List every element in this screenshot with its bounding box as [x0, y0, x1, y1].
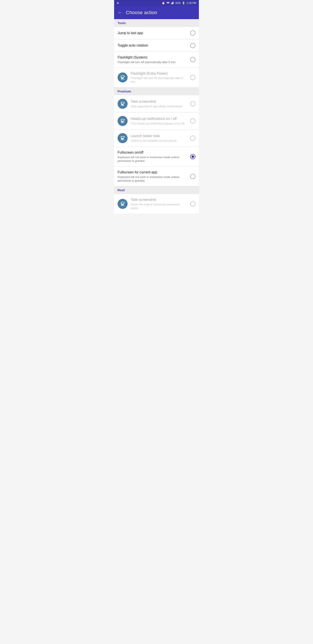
radio-button[interactable] — [190, 136, 195, 141]
item-subtitle: Only supported if app allows screenshots… — [131, 105, 187, 108]
item-title: Toggle auto rotation — [118, 43, 187, 48]
item-subtitle: Turn heads-up notification popups on or … — [131, 122, 187, 126]
radio-button[interactable] — [190, 118, 195, 124]
svg-rect-0 — [171, 3, 172, 4]
radio-button[interactable] — [190, 75, 195, 80]
list-item[interactable]: Jump to last app — [114, 27, 199, 40]
item-title: Fullscreen for current app — [118, 170, 187, 175]
item-content: Jump to last app — [118, 31, 187, 36]
coffee-cup-icon — [120, 118, 125, 124]
item-content: Take screenshot Starts the original Sams… — [131, 198, 187, 210]
svg-rect-2 — [172, 2, 173, 4]
list-item[interactable]: Fullscreen on/off Keyboard will not work… — [114, 147, 199, 167]
content-area: Tools Jump to last app Toggle auto rotat… — [114, 19, 199, 214]
list-item[interactable]: Flashlight (Extra Power) Flashlight will… — [114, 68, 199, 88]
list-item[interactable]: Take screenshot Only supported if app al… — [114, 95, 199, 112]
item-title: Heads-up notifications on / off — [131, 116, 187, 121]
radio-button[interactable] — [190, 154, 195, 159]
item-content: Fullscreen on/off Keyboard will not work… — [118, 150, 187, 163]
list-item[interactable]: Heads-up notifications on / off Turn hea… — [114, 112, 199, 130]
list-item[interactable]: Launch tasker task Tasker is not install… — [114, 130, 199, 147]
svg-rect-1 — [172, 2, 172, 4]
section-header-tools: Tools — [114, 19, 199, 27]
wifi-icon — [166, 2, 170, 5]
item-subtitle: Tasker is not installed on your phone. — [131, 139, 187, 143]
notification-icon: ⊞ — [117, 2, 119, 4]
premium-icon — [118, 133, 128, 143]
item-title: Take screenshot — [131, 198, 187, 202]
time-display: 1:28 PM — [187, 2, 196, 4]
battery-percent: 63% — [175, 2, 181, 4]
radio-button[interactable] — [190, 30, 195, 36]
item-content: Heads-up notifications on / off Turn hea… — [131, 116, 187, 126]
section-header-premium: Premium — [114, 88, 199, 95]
radio-button[interactable] — [190, 201, 195, 206]
signal-icon — [171, 2, 174, 5]
item-subtitle: Flashlight will turn off automatically a… — [131, 76, 187, 84]
item-content: Flashlight (Extra Power) Flashlight will… — [131, 71, 187, 84]
list-item[interactable]: Toggle auto rotation — [114, 40, 199, 52]
toolbar: ← Choose action — [114, 6, 199, 19]
premium-icon — [118, 72, 128, 82]
section-header-root: Root — [114, 186, 199, 194]
radio-button[interactable] — [190, 57, 195, 62]
svg-rect-4 — [173, 2, 174, 4]
coffee-cup-icon — [120, 101, 125, 106]
premium-icon — [118, 199, 128, 209]
page-title: Choose action — [126, 10, 157, 16]
premium-icon — [118, 99, 128, 109]
coffee-cup-icon — [120, 136, 125, 141]
item-subtitle: Starts the original Samsung screenshot a… — [131, 203, 187, 210]
item-subtitle: Keyboard will not work in immersive mode… — [118, 175, 187, 183]
radio-button[interactable] — [190, 101, 195, 106]
item-title: Take screenshot — [131, 100, 187, 104]
item-title: Flashlight (Extra Power) — [131, 71, 187, 76]
battery-icon: 🔋 — [182, 2, 185, 4]
item-content: Flashlight (System) Flashlight will turn… — [118, 55, 187, 64]
item-title: Flashlight (System) — [118, 55, 187, 60]
premium-icon — [118, 116, 128, 126]
radio-button[interactable] — [190, 43, 195, 48]
item-title: Launch tasker task — [131, 134, 187, 138]
item-title: Jump to last app — [118, 31, 187, 36]
item-subtitle: Flashlight will turn off automatically a… — [118, 60, 187, 64]
svg-rect-3 — [173, 2, 173, 4]
back-button[interactable]: ← — [118, 10, 122, 16]
item-content: Take screenshot Only supported if app al… — [131, 100, 187, 108]
item-content: Toggle auto rotation — [118, 43, 187, 48]
radio-button[interactable] — [190, 174, 195, 179]
item-content: Launch tasker task Tasker is not install… — [131, 134, 187, 143]
status-bar: ⊞ ⏰ 63% 🔋 1:28 PM — [114, 0, 199, 6]
item-content: Fullscreen for current app Keyboard will… — [118, 170, 187, 183]
coffee-cup-icon — [120, 75, 125, 80]
coffee-cup-icon — [120, 201, 125, 206]
list-item[interactable]: Take screenshot Starts the original Sams… — [114, 194, 199, 214]
item-title: Fullscreen on/off — [118, 150, 187, 155]
item-subtitle: Keyboard will not work in immersive mode… — [118, 156, 187, 163]
alarm-icon: ⏰ — [162, 2, 165, 4]
list-item[interactable]: Flashlight (System) Flashlight will turn… — [114, 52, 199, 68]
list-item[interactable]: Fullscreen for current app Keyboard will… — [114, 167, 199, 186]
